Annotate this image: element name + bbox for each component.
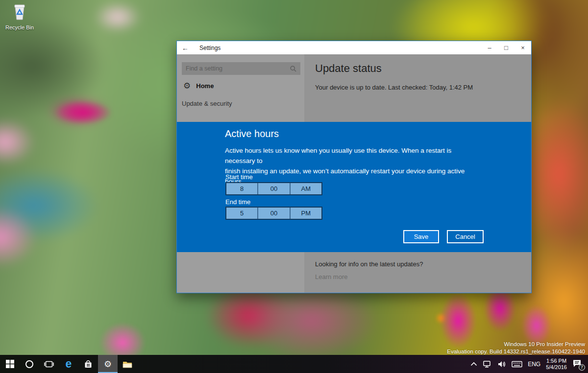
- dialog-description-line1: Active hours lets us know when you usual…: [225, 145, 480, 166]
- update-status-text: Your device is up to date. Last checked:…: [315, 84, 473, 91]
- page-title: Update status: [315, 62, 382, 75]
- volume-icon[interactable]: [497, 360, 506, 368]
- desktop: Recycle Bin Windows 10 Pro Insider Previ…: [0, 0, 588, 373]
- start-hour-field[interactable]: 8: [226, 183, 257, 194]
- file-explorer-icon: [122, 360, 132, 368]
- active-hours-dialog: Active hours Active hours lets us know w…: [177, 122, 531, 252]
- back-button[interactable]: ←: [177, 44, 194, 52]
- window-controls: – □ ×: [481, 41, 531, 54]
- settings-content-dimmed: ⚙ Home Update & security Windows Insider…: [177, 54, 531, 293]
- tray-chevron-up-icon[interactable]: [470, 362, 477, 366]
- settings-window: ← Settings – □ × ⚙ Home: [176, 41, 532, 293]
- minimize-button[interactable]: –: [481, 41, 498, 54]
- cortana-button[interactable]: [20, 355, 39, 373]
- clock[interactable]: 1:56 PM 5/4/2016: [546, 358, 567, 371]
- end-time-label: End time: [225, 198, 250, 206]
- network-icon[interactable]: [483, 360, 492, 368]
- settings-gear-icon: ⚙: [104, 360, 112, 369]
- clock-time: 1:56 PM: [546, 358, 567, 364]
- save-button[interactable]: Save: [403, 230, 439, 243]
- search-icon: [290, 66, 296, 72]
- store-bag-icon: [84, 360, 93, 369]
- sidebar-item-home[interactable]: ⚙ Home: [177, 79, 304, 93]
- start-button[interactable]: [0, 355, 20, 373]
- window-title: Settings: [199, 45, 220, 51]
- dialog-title: Active hours: [225, 128, 279, 140]
- evaluation-watermark: Windows 10 Pro Insider Preview Evaluatio…: [447, 341, 585, 355]
- maximize-button[interactable]: □: [498, 41, 514, 54]
- touch-keyboard-icon[interactable]: [512, 361, 522, 368]
- search-input[interactable]: [182, 65, 290, 72]
- dialog-description: Active hours lets us know when you usual…: [225, 145, 480, 186]
- edge-icon: e: [66, 358, 72, 370]
- language-indicator[interactable]: ENG: [528, 361, 540, 368]
- start-minute-field[interactable]: 00: [257, 183, 289, 194]
- end-hour-field[interactable]: 5: [226, 208, 257, 219]
- cortana-circle-icon: [25, 360, 34, 369]
- store-button[interactable]: [78, 355, 98, 373]
- sidebar-section-label: Update & security: [182, 100, 232, 107]
- cancel-button[interactable]: Cancel: [447, 230, 484, 243]
- watermark-line2: Evaluation copy. Build 14332.rs1_release…: [447, 348, 585, 355]
- task-view-button[interactable]: [39, 355, 59, 373]
- gear-icon: ⚙: [183, 82, 191, 90]
- file-explorer-button[interactable]: [118, 355, 137, 373]
- titlebar: ← Settings – □ ×: [177, 41, 531, 54]
- end-time-picker[interactable]: 5 00 PM: [225, 207, 322, 220]
- end-minute-field[interactable]: 00: [257, 208, 289, 219]
- action-center-button[interactable]: 7: [572, 359, 583, 369]
- start-time-picker[interactable]: 8 00 AM: [225, 182, 322, 195]
- watermark-line1: Windows 10 Pro Insider Preview: [447, 341, 585, 348]
- start-period-field[interactable]: AM: [290, 183, 321, 194]
- recycle-bin[interactable]: Recycle Bin: [2, 3, 37, 30]
- taskbar: e ⚙: [0, 355, 588, 373]
- system-tray: ENG 1:56 PM 5/4/2016 7: [470, 355, 588, 373]
- recycle-bin-label: Recycle Bin: [2, 24, 37, 30]
- home-label: Home: [196, 82, 214, 90]
- task-view-icon: [44, 360, 54, 368]
- learn-more-link[interactable]: Learn more: [315, 273, 347, 280]
- updates-info-heading: Looking for info on the latest updates?: [315, 260, 423, 268]
- settings-taskbar-button[interactable]: ⚙: [98, 355, 118, 373]
- search-box[interactable]: [182, 62, 300, 75]
- recycle-bin-icon: [11, 15, 28, 23]
- clock-date: 5/4/2016: [546, 364, 567, 371]
- edge-button[interactable]: e: [59, 355, 78, 373]
- start-time-label: Start time: [225, 173, 253, 181]
- notification-badge: 7: [579, 364, 585, 371]
- windows-logo-icon: [6, 360, 14, 368]
- close-button[interactable]: ×: [514, 41, 531, 54]
- end-period-field[interactable]: PM: [290, 208, 321, 219]
